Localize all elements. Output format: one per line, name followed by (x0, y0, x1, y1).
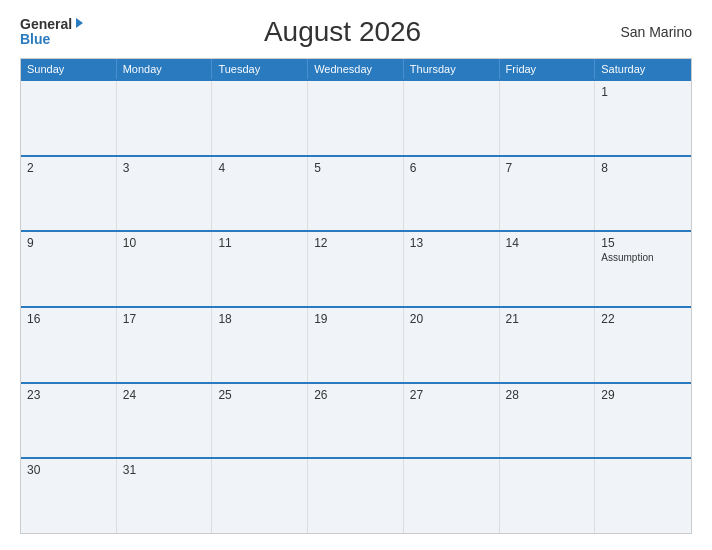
day-cell: 20 (404, 308, 500, 382)
day-cell: 27 (404, 384, 500, 458)
day-cell: 7 (500, 157, 596, 231)
day-cell (404, 81, 500, 155)
day-number: 30 (27, 463, 110, 477)
day-cell (212, 459, 308, 533)
day-cell (500, 459, 596, 533)
day-cell: 11 (212, 232, 308, 306)
day-cell (595, 459, 691, 533)
day-cell (21, 81, 117, 155)
day-cell: 9 (21, 232, 117, 306)
day-cell (308, 81, 404, 155)
day-number: 26 (314, 388, 397, 402)
day-cell: 28 (500, 384, 596, 458)
day-cell: 26 (308, 384, 404, 458)
day-cell: 22 (595, 308, 691, 382)
week-row-2: 2345678 (21, 155, 691, 231)
day-cell: 21 (500, 308, 596, 382)
day-number: 23 (27, 388, 110, 402)
day-cell: 31 (117, 459, 213, 533)
day-number: 21 (506, 312, 589, 326)
day-cell: 12 (308, 232, 404, 306)
day-cell: 18 (212, 308, 308, 382)
week-row-3: 9101112131415Assumption (21, 230, 691, 306)
day-header-wednesday: Wednesday (308, 59, 404, 79)
day-cell: 5 (308, 157, 404, 231)
logo-triangle-icon (76, 18, 83, 28)
day-number: 8 (601, 161, 685, 175)
day-cell (212, 81, 308, 155)
day-cell: 16 (21, 308, 117, 382)
day-cell: 17 (117, 308, 213, 382)
day-number: 24 (123, 388, 206, 402)
day-header-friday: Friday (500, 59, 596, 79)
day-number: 13 (410, 236, 493, 250)
day-header-saturday: Saturday (595, 59, 691, 79)
day-cell: 15Assumption (595, 232, 691, 306)
day-number: 17 (123, 312, 206, 326)
day-number: 14 (506, 236, 589, 250)
week-row-6: 3031 (21, 457, 691, 533)
day-number: 27 (410, 388, 493, 402)
day-cell: 30 (21, 459, 117, 533)
country-label: San Marino (602, 24, 692, 40)
calendar-title: August 2026 (83, 16, 602, 48)
day-cell: 3 (117, 157, 213, 231)
day-number: 29 (601, 388, 685, 402)
week-row-4: 16171819202122 (21, 306, 691, 382)
day-number: 16 (27, 312, 110, 326)
day-header-thursday: Thursday (404, 59, 500, 79)
day-number: 20 (410, 312, 493, 326)
day-cell: 23 (21, 384, 117, 458)
day-number: 12 (314, 236, 397, 250)
day-number: 1 (601, 85, 685, 99)
day-cell: 2 (21, 157, 117, 231)
day-header-monday: Monday (117, 59, 213, 79)
day-cell: 19 (308, 308, 404, 382)
page-header: General Blue August 2026 San Marino (20, 16, 692, 48)
day-header-sunday: Sunday (21, 59, 117, 79)
day-number: 18 (218, 312, 301, 326)
day-number: 3 (123, 161, 206, 175)
week-row-5: 23242526272829 (21, 382, 691, 458)
day-header-tuesday: Tuesday (212, 59, 308, 79)
week-row-1: 1 (21, 79, 691, 155)
day-number: 25 (218, 388, 301, 402)
day-number: 6 (410, 161, 493, 175)
day-number: 22 (601, 312, 685, 326)
day-cell (308, 459, 404, 533)
day-cell: 4 (212, 157, 308, 231)
day-cell: 29 (595, 384, 691, 458)
day-cell: 14 (500, 232, 596, 306)
logo: General Blue (20, 17, 83, 48)
day-cell (404, 459, 500, 533)
day-number: 11 (218, 236, 301, 250)
day-cell: 13 (404, 232, 500, 306)
logo-general-text: General (20, 17, 72, 32)
day-number: 28 (506, 388, 589, 402)
day-cell: 10 (117, 232, 213, 306)
day-cell (117, 81, 213, 155)
day-number: 4 (218, 161, 301, 175)
day-number: 5 (314, 161, 397, 175)
day-cell (500, 81, 596, 155)
calendar-day-headers: SundayMondayTuesdayWednesdayThursdayFrid… (21, 59, 691, 79)
day-cell: 24 (117, 384, 213, 458)
day-cell: 8 (595, 157, 691, 231)
holiday-label: Assumption (601, 252, 685, 263)
day-cell: 6 (404, 157, 500, 231)
day-number: 31 (123, 463, 206, 477)
day-number: 9 (27, 236, 110, 250)
logo-blue-text: Blue (20, 32, 83, 47)
day-number: 2 (27, 161, 110, 175)
day-cell: 25 (212, 384, 308, 458)
day-number: 7 (506, 161, 589, 175)
day-number: 15 (601, 236, 685, 250)
calendar: SundayMondayTuesdayWednesdayThursdayFrid… (20, 58, 692, 534)
day-cell: 1 (595, 81, 691, 155)
calendar-body: 123456789101112131415Assumption161718192… (21, 79, 691, 533)
day-number: 10 (123, 236, 206, 250)
day-number: 19 (314, 312, 397, 326)
